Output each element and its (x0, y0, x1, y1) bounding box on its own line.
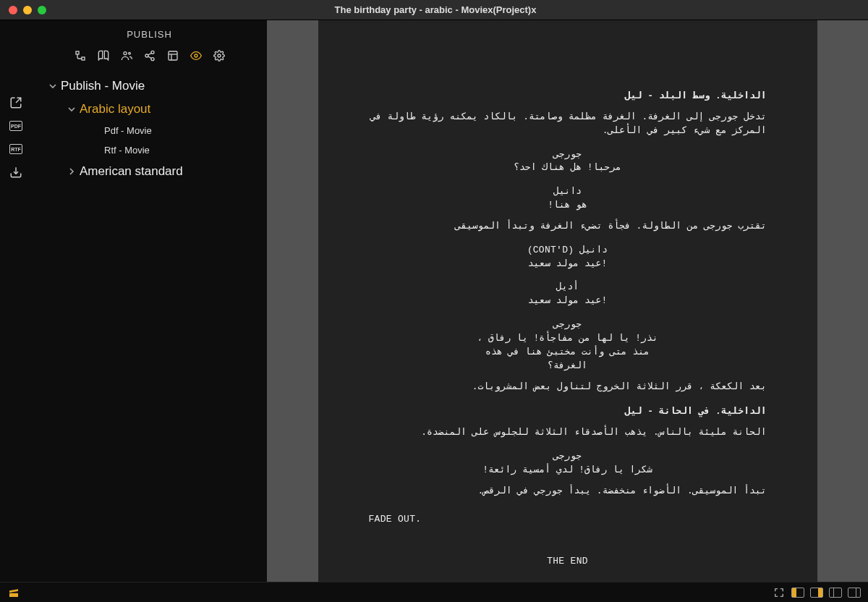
sidebar-toolbar (32, 46, 267, 70)
action-text: الحانة مليئة بالناس. يذهب الأصدقاء الثلا… (369, 426, 767, 440)
dialog-text: شكرا يا رفاق! لدي أمسية رائعة! (474, 464, 662, 478)
action-text: تدخل جورجى إلى الغرفة. الغرفة مظلمة وصام… (369, 111, 767, 138)
character-name: جورجى (369, 450, 767, 464)
window-title: The birthday party - arabic - Moviex(Pro… (46, 4, 868, 15)
tree-node-publish-movie[interactable]: Publish - Movie (32, 75, 267, 98)
publish-tree: Publish - Movie Arabic layout Pdf - Movi… (32, 70, 267, 187)
tree-node-american-standard[interactable]: American standard (32, 160, 267, 183)
tree-label: Rtf - Movie (104, 145, 150, 156)
chevron-down-icon (67, 104, 77, 114)
svg-point-11 (218, 54, 221, 57)
window-titlebar: The birthday party - arabic - Moviex(Pro… (0, 0, 868, 20)
tree-node-pdf-movie[interactable]: Pdf - Movie (32, 121, 267, 140)
minimize-window-button[interactable] (23, 6, 32, 14)
scene-heading: الداخلية. وسط البلد - ليل (369, 90, 767, 103)
fade-out-text: FADE OUT. (369, 513, 767, 527)
svg-point-5 (145, 54, 148, 57)
traffic-lights (9, 6, 46, 14)
panel-right-icon[interactable] (848, 586, 861, 599)
book-icon[interactable] (96, 48, 111, 63)
character-name: أديل (369, 281, 767, 294)
action-text: تبدأ الموسيقى. الأضواء منخفضة. يبدأ جورج… (369, 485, 767, 499)
maximize-window-button[interactable] (38, 6, 46, 14)
left-rail: PDF RTF (0, 20, 32, 582)
svg-rect-1 (82, 57, 85, 60)
people-icon[interactable] (119, 48, 134, 63)
character-name: دانيل (CONT'D) (369, 244, 767, 258)
layout-icon[interactable] (166, 48, 180, 63)
panel-left-icon[interactable] (829, 586, 842, 599)
character-name: دانيل (369, 185, 767, 199)
tree-label: Pdf - Movie (104, 125, 152, 136)
tree-label: American standard (80, 164, 183, 179)
character-name: جورجى (369, 148, 767, 162)
the-end-text: THE END (369, 555, 767, 569)
svg-point-2 (124, 52, 127, 55)
sidebar: PUBLISH (32, 20, 267, 582)
action-text: بعد الكعكة ، قرر الثلاثة الخروج لتناول ب… (369, 381, 767, 394)
tree-label: Arabic layout (80, 102, 150, 116)
svg-rect-0 (76, 51, 79, 54)
character-name: جورجى (369, 318, 767, 332)
dialog-text: مرحبا! هل هناك احد؟ (474, 161, 662, 175)
rtf-icon[interactable]: RTF (6, 139, 26, 159)
clapperboard-icon[interactable] (7, 586, 20, 599)
chevron-down-icon (48, 81, 58, 91)
tree-node-rtf-movie[interactable]: Rtf - Movie (32, 140, 267, 160)
action-text: تقترب جورجى من الطاولة. فجأة تضيء الغرفة… (369, 220, 767, 234)
svg-point-10 (195, 54, 197, 57)
pdf-icon[interactable]: PDF (6, 116, 26, 136)
panel-right-active-icon[interactable] (810, 586, 823, 599)
svg-point-4 (151, 51, 154, 54)
gear-icon[interactable] (212, 48, 226, 63)
scene-heading: الداخلية. في الحانة - ليل (369, 405, 767, 419)
svg-point-6 (151, 58, 154, 61)
fullscreen-icon[interactable] (773, 586, 786, 599)
dialog-text: هو هنا! (474, 199, 662, 213)
panel-left-active-icon[interactable] (791, 586, 804, 599)
svg-rect-7 (169, 51, 177, 60)
preview-area[interactable]: الداخلية. وسط البلد - ليل تدخل جورجى إلى… (267, 20, 868, 582)
close-window-button[interactable] (9, 6, 17, 14)
script-page: الداخلية. وسط البلد - ليل تدخل جورجى إلى… (318, 20, 817, 582)
tree-node-arabic-layout[interactable]: Arabic layout (32, 98, 267, 121)
dialog-text: نذر! يا لها من مفاجأة! يا رفاق ، منذ متى… (474, 332, 662, 373)
dialog-text: !عيد مولد سعيد (474, 258, 662, 271)
sidebar-title: PUBLISH (32, 20, 267, 46)
svg-point-3 (128, 52, 130, 54)
status-bar (0, 582, 868, 602)
chevron-right-icon (67, 166, 77, 177)
share-icon[interactable] (142, 48, 157, 63)
dialog-text: !عيد مولد سعيد (474, 294, 662, 308)
import-icon[interactable] (6, 162, 26, 182)
export-icon[interactable] (6, 93, 26, 113)
tree-icon[interactable] (73, 48, 88, 63)
tree-label: Publish - Movie (61, 79, 145, 93)
eye-icon[interactable] (189, 48, 203, 63)
